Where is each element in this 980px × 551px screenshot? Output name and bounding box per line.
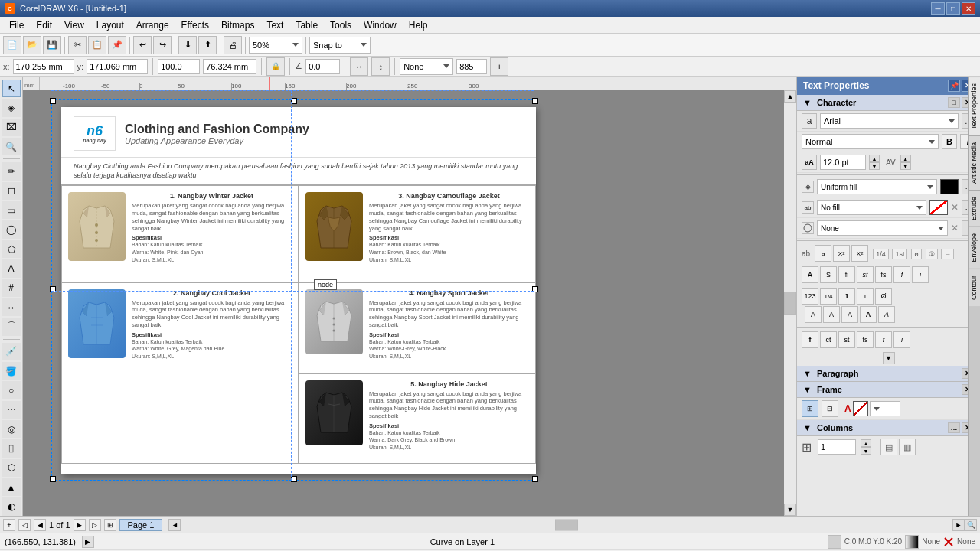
ordinal-button[interactable]: 1st	[892, 249, 907, 259]
select-tool[interactable]: ↖	[2, 80, 21, 97]
width-input[interactable]	[158, 59, 200, 74]
font-dropdown[interactable]: Arial	[820, 113, 959, 129]
x-input[interactable]	[13, 59, 74, 74]
none-dropdown-panel[interactable]: None	[817, 220, 948, 236]
menu-layout[interactable]: Layout	[90, 18, 130, 32]
menu-window[interactable]: Window	[358, 18, 403, 32]
scroll-thumb-v[interactable]	[784, 292, 796, 315]
font-style-dropdown[interactable]: Normal	[802, 134, 939, 149]
no-fill-dropdown[interactable]: No fill	[817, 200, 926, 215]
outline-tool[interactable]: ○	[2, 381, 21, 399]
ellipse-tool[interactable]: ◯	[2, 220, 21, 238]
open-button[interactable]: 📂	[23, 36, 41, 54]
lock-ratio-button[interactable]: 🔒	[266, 57, 285, 76]
print-button[interactable]: 🖨	[224, 36, 242, 54]
scroll-left-button[interactable]: ◄	[168, 519, 181, 531]
polygon-tool[interactable]: ⬠	[2, 240, 21, 258]
zoom-tool[interactable]: 🔍	[2, 138, 21, 155]
contextual-button[interactable]: f	[893, 266, 910, 283]
character-section-title[interactable]: ▼ Character □ ✕	[797, 95, 980, 111]
all-caps-button[interactable]: A	[802, 266, 818, 283]
arrow-button[interactable]: →	[941, 249, 954, 259]
uppercase-button[interactable]: A	[860, 306, 877, 323]
menu-bitmaps[interactable]: Bitmaps	[215, 18, 260, 32]
roman-button[interactable]: T	[857, 288, 874, 305]
canvas-area[interactable]: mm -100 -50 0 50 100 150 200 250 300	[23, 77, 796, 516]
page-tab[interactable]: Page 1	[119, 519, 163, 531]
menu-file[interactable]: File	[3, 18, 30, 32]
special3-button[interactable]: st	[838, 331, 855, 348]
small-caps-button[interactable]: S	[820, 266, 837, 283]
table-tool[interactable]: #	[2, 279, 21, 297]
shadow-tool[interactable]: ▲	[2, 478, 21, 496]
superscript-button[interactable]: X2	[833, 245, 850, 262]
connector-tool[interactable]: ⌒	[2, 318, 21, 335]
font-size-down[interactable]: ▼	[869, 162, 880, 170]
bold-button[interactable]: B	[942, 134, 957, 149]
menu-help[interactable]: Help	[403, 18, 434, 32]
overline-button[interactable]: Ā	[841, 306, 858, 323]
columns-input[interactable]	[818, 439, 856, 455]
paragraph-section-title[interactable]: ▼ Paragraph ✕	[797, 366, 980, 382]
none-cross[interactable]: ✕	[951, 223, 959, 233]
tab-envelope[interactable]: Envelope	[969, 227, 980, 269]
transparency-tool[interactable]: ◐	[2, 497, 21, 515]
nodes-input[interactable]	[456, 59, 487, 74]
special-button[interactable]: ø	[911, 249, 922, 259]
special1-button[interactable]: f	[802, 331, 818, 348]
fill-color-box[interactable]	[940, 179, 959, 194]
special6-button[interactable]: i	[893, 331, 910, 348]
menu-tools[interactable]: Tools	[324, 18, 358, 32]
special5-button[interactable]: f	[875, 331, 892, 348]
tab-contour[interactable]: Contour	[969, 269, 980, 306]
tabular-button[interactable]: 1	[838, 288, 855, 305]
add-page-button[interactable]: +	[3, 519, 15, 531]
extrude-tool[interactable]: ⬡	[2, 459, 21, 477]
kerning-down[interactable]: ▼	[900, 162, 911, 170]
fill-dropdown[interactable]: Uniform fill	[817, 179, 937, 194]
page-view-toggle[interactable]: ⊞	[104, 519, 116, 531]
menu-view[interactable]: View	[58, 18, 90, 32]
blend-tool[interactable]: ⋯	[2, 401, 21, 419]
import-button[interactable]: ⬇	[178, 36, 197, 54]
character-expand[interactable]: □	[948, 97, 960, 108]
columns-layout-2[interactable]: ▥	[899, 439, 916, 455]
scroll-down-button[interactable]: ▼	[784, 504, 796, 516]
scrollbar-horizontal[interactable]: ◄ ► 🔍	[168, 519, 977, 531]
angle-input[interactable]	[305, 59, 340, 74]
freehand-tool[interactable]: ✏	[2, 162, 21, 180]
swash-button[interactable]: st	[857, 266, 874, 283]
minimize-button[interactable]: ─	[931, 2, 945, 15]
no-fill-cross[interactable]: ✕	[951, 202, 959, 213]
smart-fill-tool[interactable]: ◻	[2, 182, 21, 200]
menu-effects[interactable]: Effects	[175, 18, 215, 32]
contour-tool[interactable]: ◎	[2, 420, 21, 438]
height-input[interactable]	[203, 59, 256, 74]
close-button[interactable]: ✕	[962, 2, 975, 15]
special4-button[interactable]: fs	[857, 331, 874, 348]
frac-button[interactable]: 1/4	[873, 249, 889, 259]
zoom-dropdown[interactable]: 50%	[249, 37, 302, 54]
kerning-up[interactable]: ▲	[900, 155, 911, 162]
page-last-button[interactable]: ▶	[74, 519, 86, 531]
page-first-button[interactable]: ◀	[34, 519, 46, 531]
titling-button[interactable]: fs	[875, 266, 892, 283]
menu-edit[interactable]: Edit	[30, 18, 58, 32]
dimension-tool[interactable]: ↔	[2, 298, 21, 316]
scrollbar-vertical[interactable]: ▲ ▼	[784, 90, 796, 516]
special2-button[interactable]: ct	[820, 331, 837, 348]
ligature-button[interactable]: fi	[838, 266, 855, 283]
columns-layout-1[interactable]: ▤	[880, 439, 897, 455]
columns-settings[interactable]: …	[948, 422, 960, 433]
frame-options-dropdown[interactable]	[870, 401, 900, 416]
expand-button[interactable]: ▼	[883, 352, 895, 364]
old-style-button[interactable]: 1/4	[820, 288, 837, 305]
panel-pin-button[interactable]: 📌	[948, 80, 960, 92]
text-tool[interactable]: A	[2, 259, 21, 277]
circle-num-button[interactable]: ①	[926, 249, 938, 259]
columns-up[interactable]: ▲	[861, 439, 871, 447]
frame-type-1[interactable]: ⊞	[802, 400, 818, 417]
font-size-input[interactable]	[820, 155, 866, 170]
fill-tool[interactable]: 🪣	[2, 362, 21, 380]
number-style-button[interactable]: 123	[802, 288, 818, 305]
